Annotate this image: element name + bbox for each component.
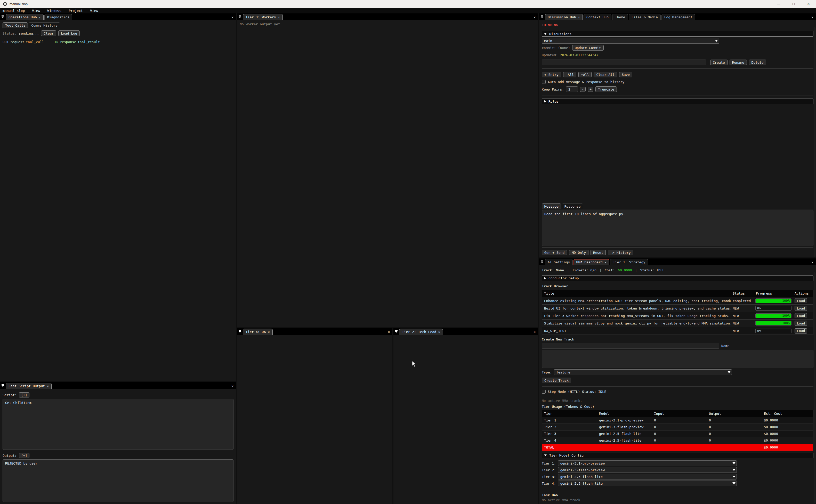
- tab-response[interactable]: Response: [562, 204, 583, 209]
- tab-close-icon[interactable]: ✕: [278, 15, 280, 19]
- track-status: completed: [731, 299, 754, 303]
- tier-model-select[interactable]: gemini-2.5-flash-lite: [558, 481, 737, 486]
- maximize-icon[interactable]: □: [786, 0, 801, 8]
- panel-close-icon[interactable]: ✕: [385, 330, 392, 335]
- tab-context-hub[interactable]: Context Hub: [584, 14, 611, 20]
- tab-tool-calls[interactable]: Tool Calls: [3, 22, 28, 28]
- tab-tier2-tech-lead[interactable]: Tier 2: Tech Lead ✕: [399, 329, 443, 335]
- dock-menu-icon[interactable]: [393, 328, 399, 335]
- clear-button[interactable]: Clear: [41, 30, 56, 36]
- dock-menu-icon[interactable]: [0, 14, 6, 20]
- close-icon[interactable]: ✕: [801, 0, 816, 8]
- delete-button[interactable]: Delete: [749, 60, 766, 65]
- panel-close-icon[interactable]: ✕: [531, 330, 538, 335]
- tab-tier4-qa[interactable]: Tier 4: QA ✕: [243, 329, 273, 335]
- tab-close-icon[interactable]: ✕: [605, 261, 607, 264]
- tab-discussion-hub[interactable]: Discussion Hub ✕: [545, 14, 583, 20]
- dock-menu-icon[interactable]: [539, 14, 545, 20]
- gen-send-button[interactable]: Gen + Send: [542, 250, 567, 255]
- panel-close-icon[interactable]: ✕: [229, 384, 236, 389]
- menu-item-view2[interactable]: View: [90, 9, 98, 13]
- tab-theme[interactable]: Theme: [612, 14, 628, 20]
- track-name-input[interactable]: [542, 343, 719, 348]
- add-entry-button[interactable]: + Entry: [542, 72, 561, 77]
- save-button[interactable]: Save: [619, 72, 632, 77]
- keep-pairs-input[interactable]: [566, 86, 578, 92]
- panel-close-icon[interactable]: ✕: [809, 15, 816, 20]
- tier-model-select[interactable]: gemini-3.1-pro-preview: [558, 460, 737, 466]
- minimize-icon[interactable]: —: [771, 0, 786, 8]
- tab-tier3-workers[interactable]: Tier 3: Workers ✕: [243, 14, 283, 20]
- load-button[interactable]: Load: [795, 313, 807, 318]
- output-expand-button[interactable]: [+]: [19, 453, 29, 458]
- clear-all-button[interactable]: Clear All: [594, 72, 617, 77]
- tab-comms-history[interactable]: Comms History: [29, 22, 60, 28]
- load-button[interactable]: Load: [795, 298, 807, 303]
- tier-model-select[interactable]: gemini-3-flash-preview: [558, 467, 737, 473]
- output-content-box[interactable]: REJECTED by user: [3, 459, 233, 502]
- plus-all-button[interactable]: +All: [578, 72, 592, 77]
- rename-button[interactable]: Rename: [730, 60, 747, 65]
- tab-close-icon[interactable]: ✕: [268, 330, 270, 334]
- tier-model-config-collapse-header[interactable]: Tier Model Config: [542, 453, 813, 458]
- load-button[interactable]: Load: [795, 328, 807, 334]
- tab-diagnostics[interactable]: Diagnostics: [44, 14, 72, 20]
- mma-tabbar: AI Settings MMA Dashboard ✕ Tier 1: Stra…: [539, 258, 816, 265]
- update-commit-button[interactable]: Update Commit: [572, 45, 604, 51]
- dock-menu-icon[interactable]: [539, 259, 545, 265]
- panel-close-icon[interactable]: ✕: [809, 260, 816, 265]
- tab-message[interactable]: Message: [542, 204, 561, 209]
- tab-mma-dashboard[interactable]: MMA Dashboard ✕: [573, 259, 609, 265]
- tab-last-script-output[interactable]: Last Script Output ✕: [6, 383, 52, 389]
- menu-item-app[interactable]: manual slop: [3, 9, 25, 13]
- tab-close-icon[interactable]: ✕: [438, 330, 440, 334]
- to-history-button[interactable]: -> History: [608, 250, 633, 255]
- tier-model-select[interactable]: gemini-2.5-flash-lite: [558, 474, 737, 479]
- roles-collapse-header[interactable]: Roles: [542, 99, 813, 104]
- dock-menu-icon[interactable]: [0, 383, 6, 389]
- discussions-collapse-header[interactable]: Discussions: [542, 31, 813, 37]
- tab-operations-hub[interactable]: Operations Hub ✕: [6, 14, 44, 20]
- tab-close-icon[interactable]: ✕: [47, 384, 49, 388]
- minus-all-button[interactable]: -All: [563, 72, 576, 77]
- panel-close-icon[interactable]: ✕: [229, 15, 236, 20]
- tab-tier1-strategy[interactable]: Tier 1: Strategy: [610, 259, 648, 265]
- discussion-hub-panel: Discussion Hub ✕ Context Hub Theme Files…: [539, 13, 816, 257]
- message-textarea[interactable]: Read the first 10 lines of aggregate.py.: [542, 210, 813, 246]
- tab-log-management[interactable]: Log Management: [661, 14, 696, 20]
- menu-item-view[interactable]: View: [32, 9, 40, 13]
- track-description-textarea[interactable]: [542, 350, 813, 368]
- track-type-select[interactable]: feature: [554, 369, 732, 375]
- conductor-setup-collapse-header[interactable]: Conductor Setup: [542, 275, 813, 281]
- script-content-box[interactable]: Get-ChildItem: [3, 399, 233, 450]
- dock-menu-icon[interactable]: [237, 328, 243, 335]
- auto-add-checkbox[interactable]: [542, 80, 546, 84]
- tab-files-media[interactable]: Files & Media: [629, 14, 661, 20]
- tab-ai-settings[interactable]: AI Settings: [545, 259, 573, 265]
- discussion-select[interactable]: main: [542, 38, 719, 44]
- load-button[interactable]: Load: [795, 321, 807, 326]
- dock-menu-icon[interactable]: [237, 14, 243, 20]
- keep-pairs-plus-button[interactable]: +: [588, 87, 593, 92]
- create-track-button[interactable]: Create Track: [542, 378, 571, 383]
- scrollbar[interactable]: [814, 272, 815, 503]
- create-button[interactable]: Create: [710, 60, 728, 65]
- script-expand-button[interactable]: [+]: [19, 392, 29, 397]
- load-log-button[interactable]: Load Log: [58, 30, 80, 36]
- load-button[interactable]: Load: [795, 306, 807, 311]
- step-mode-checkbox[interactable]: [542, 390, 546, 394]
- md-only-button[interactable]: MD Only: [569, 250, 588, 255]
- panel-close-icon[interactable]: ✕: [531, 15, 538, 20]
- step-mode-label: Step Mode (HITL) Status: IDLE: [548, 390, 606, 394]
- tab-close-icon[interactable]: ✕: [39, 15, 41, 19]
- reset-button[interactable]: Reset: [591, 250, 606, 255]
- discussion-name-input[interactable]: [542, 60, 706, 65]
- track-title: Stabilize visual_sim_mma_v2.py and mock_…: [542, 321, 731, 325]
- truncate-button[interactable]: Truncate: [595, 86, 617, 92]
- menu-item-windows[interactable]: Windows: [47, 9, 61, 13]
- dropdown-arrow-icon: [728, 371, 731, 373]
- scrollbar[interactable]: [814, 27, 815, 257]
- menu-item-project[interactable]: Project: [69, 9, 83, 13]
- keep-pairs-minus-button[interactable]: -: [580, 87, 586, 92]
- tab-close-icon[interactable]: ✕: [578, 15, 580, 19]
